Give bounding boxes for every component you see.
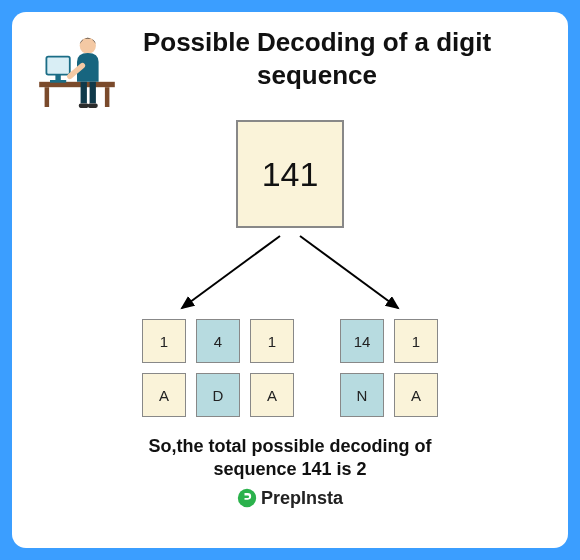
header: Possible Decoding of a digit sequence	[32, 26, 548, 116]
digit-cell: 4	[196, 319, 240, 363]
digit-row: 14 1	[340, 319, 438, 363]
brand: PrepInsta	[237, 488, 343, 509]
brand-name: PrepInsta	[261, 488, 343, 509]
result-caption: So,the total possible decoding of sequen…	[148, 435, 431, 482]
svg-line-12	[300, 236, 398, 308]
decoding-group: 1 4 1 A D A	[142, 319, 294, 417]
caption-line: sequence 141 is 2	[213, 459, 366, 479]
svg-rect-9	[79, 103, 89, 108]
digit-cell: 1	[394, 319, 438, 363]
digit-cell: 14	[340, 319, 384, 363]
svg-rect-5	[50, 80, 66, 83]
svg-rect-7	[81, 82, 87, 104]
letter-cell: A	[250, 373, 294, 417]
letter-cell: A	[142, 373, 186, 417]
decoding-groups: 1 4 1 A D A 14 1 N A	[142, 319, 438, 417]
letter-cell: N	[340, 373, 384, 417]
digit-row: 1 4 1	[142, 319, 294, 363]
diagram-card: Possible Decoding of a digit sequence 14…	[12, 12, 568, 548]
letter-row: A D A	[142, 373, 294, 417]
svg-rect-3	[46, 57, 69, 75]
split-arrows-icon	[120, 232, 460, 317]
digit-cell: 1	[142, 319, 186, 363]
brand-logo-icon	[237, 488, 257, 508]
input-sequence-box: 141	[236, 120, 344, 228]
svg-rect-2	[105, 87, 110, 107]
svg-point-6	[80, 38, 96, 54]
svg-rect-1	[45, 87, 50, 107]
letter-cell: A	[394, 373, 438, 417]
svg-line-11	[182, 236, 280, 308]
caption-line: So,the total possible decoding of	[148, 436, 431, 456]
page-title: Possible Decoding of a digit sequence	[126, 26, 548, 91]
svg-rect-4	[55, 75, 60, 80]
letter-cell: D	[196, 373, 240, 417]
svg-rect-10	[88, 103, 98, 108]
letter-row: N A	[340, 373, 438, 417]
digit-cell: 1	[250, 319, 294, 363]
svg-rect-8	[90, 82, 96, 104]
decoding-group: 14 1 N A	[340, 319, 438, 417]
person-at-desk-icon	[32, 26, 122, 116]
